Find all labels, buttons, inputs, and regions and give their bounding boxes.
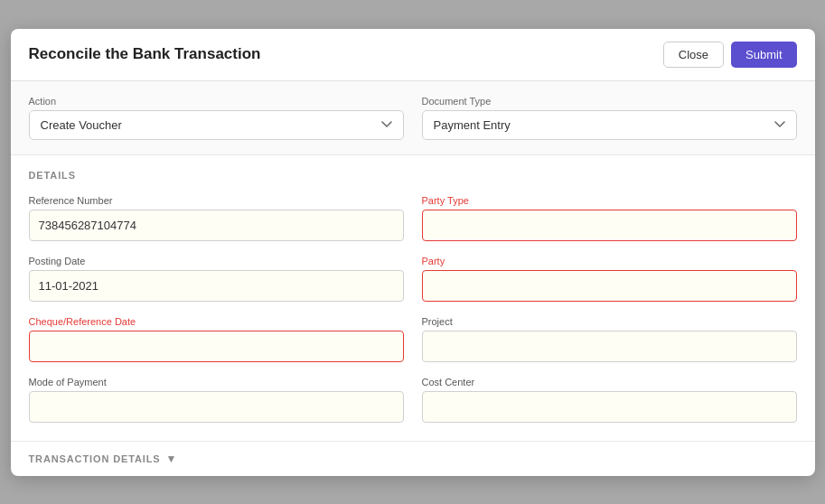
posting-date-group: Posting Date	[29, 256, 404, 302]
project-input[interactable]	[422, 331, 797, 362]
project-group: Project	[422, 316, 797, 362]
modal-container: Reconcile the Bank Transaction Close Sub…	[11, 29, 815, 476]
action-group: Action Create Voucher Match Against Exis…	[29, 96, 404, 140]
submit-button[interactable]: Submit	[731, 42, 796, 68]
project-label: Project	[422, 316, 797, 327]
reference-number-label: Reference Number	[29, 195, 404, 206]
cost-center-input[interactable]	[422, 391, 797, 423]
cheque-reference-date-input[interactable]	[29, 331, 404, 362]
party-group: Party	[422, 256, 797, 302]
cheque-reference-date-group: Cheque/Reference Date	[29, 316, 404, 362]
action-label: Action	[29, 96, 404, 107]
close-button[interactable]: Close	[663, 42, 724, 68]
modal-overlay: Reconcile the Bank Transaction Close Sub…	[0, 0, 825, 504]
details-section: DETAILS Reference Number Party Type Post…	[11, 155, 815, 441]
party-type-label: Party Type	[422, 195, 797, 206]
action-select[interactable]: Create Voucher Match Against Existing Vo…	[29, 110, 404, 140]
chevron-down-icon: ▼	[166, 453, 177, 465]
document-type-select[interactable]: Payment Entry Journal Entry Purchase Inv…	[422, 110, 797, 140]
transaction-details-label: TRANSACTION DETAILS	[29, 453, 161, 464]
reference-number-input[interactable]	[29, 210, 404, 241]
fields-grid: Reference Number Party Type Posting Date…	[29, 195, 797, 423]
mode-of-payment-label: Mode of Payment	[29, 377, 404, 387]
modal-title: Reconcile the Bank Transaction	[29, 45, 261, 63]
document-type-group: Document Type Payment Entry Journal Entr…	[422, 96, 797, 140]
document-type-label: Document Type	[422, 96, 797, 107]
reference-number-group: Reference Number	[29, 195, 404, 241]
party-type-input[interactable]	[422, 210, 797, 241]
cost-center-group: Cost Center	[422, 377, 797, 423]
header-buttons: Close Submit	[663, 42, 797, 68]
party-type-group: Party Type	[422, 195, 797, 241]
details-section-title: DETAILS	[29, 170, 797, 181]
cost-center-label: Cost Center	[422, 377, 797, 387]
mode-of-payment-input[interactable]	[29, 391, 404, 423]
posting-date-input[interactable]	[29, 270, 404, 302]
modal-header: Reconcile the Bank Transaction Close Sub…	[11, 29, 815, 81]
party-input[interactable]	[422, 270, 797, 302]
posting-date-label: Posting Date	[29, 256, 404, 266]
transaction-details-bar[interactable]: TRANSACTION DETAILS ▼	[11, 441, 815, 476]
party-label: Party	[422, 256, 797, 266]
selectors-row: Action Create Voucher Match Against Exis…	[11, 81, 815, 155]
mode-of-payment-group: Mode of Payment	[29, 377, 404, 423]
cheque-reference-date-label: Cheque/Reference Date	[29, 316, 404, 327]
